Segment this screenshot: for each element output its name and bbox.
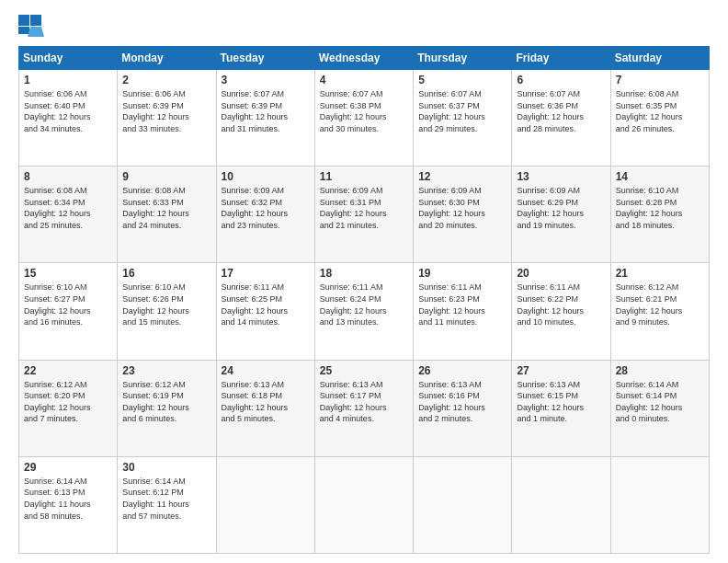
day-number: 18	[320, 267, 408, 280]
calendar-day-cell: 10Sunrise: 6:09 AM Sunset: 6:32 PM Dayli…	[216, 167, 314, 263]
calendar-header-saturday: Saturday	[610, 47, 709, 70]
day-number: 9	[122, 170, 210, 183]
calendar-day-cell: 27Sunrise: 6:13 AM Sunset: 6:15 PM Dayli…	[512, 360, 610, 456]
day-info: Sunrise: 6:06 AM Sunset: 6:40 PM Dayligh…	[24, 88, 112, 134]
day-info: Sunrise: 6:09 AM Sunset: 6:29 PM Dayligh…	[517, 185, 605, 231]
day-number: 20	[517, 267, 605, 280]
calendar-day-cell: 17Sunrise: 6:11 AM Sunset: 6:25 PM Dayli…	[216, 263, 314, 360]
calendar-header-sunday: Sunday	[19, 47, 118, 70]
calendar-header-tuesday: Tuesday	[216, 47, 314, 70]
day-info: Sunrise: 6:06 AM Sunset: 6:39 PM Dayligh…	[122, 88, 210, 134]
calendar-week-row: 8Sunrise: 6:08 AM Sunset: 6:34 PM Daylig…	[19, 167, 710, 263]
day-info: Sunrise: 6:12 AM Sunset: 6:19 PM Dayligh…	[122, 379, 210, 425]
day-number: 5	[418, 74, 506, 86]
day-info: Sunrise: 6:08 AM Sunset: 6:34 PM Dayligh…	[24, 185, 112, 231]
day-number: 10	[222, 170, 310, 183]
calendar-day-cell: 5Sunrise: 6:07 AM Sunset: 6:37 PM Daylig…	[414, 70, 512, 167]
calendar-day-cell: 12Sunrise: 6:09 AM Sunset: 6:30 PM Dayli…	[414, 167, 512, 263]
day-info: Sunrise: 6:14 AM Sunset: 6:13 PM Dayligh…	[24, 476, 112, 522]
day-info: Sunrise: 6:08 AM Sunset: 6:35 PM Dayligh…	[616, 88, 704, 134]
day-number: 7	[616, 74, 704, 86]
calendar-day-cell: 14Sunrise: 6:10 AM Sunset: 6:28 PM Dayli…	[610, 167, 709, 263]
calendar-day-cell: 1Sunrise: 6:06 AM Sunset: 6:40 PM Daylig…	[19, 70, 118, 167]
calendar-week-row: 22Sunrise: 6:12 AM Sunset: 6:20 PM Dayli…	[19, 360, 710, 456]
day-number: 21	[616, 267, 704, 280]
calendar-day-cell: 3Sunrise: 6:07 AM Sunset: 6:39 PM Daylig…	[216, 70, 314, 167]
day-info: Sunrise: 6:14 AM Sunset: 6:12 PM Dayligh…	[122, 476, 210, 522]
calendar-day-cell: 26Sunrise: 6:13 AM Sunset: 6:16 PM Dayli…	[414, 360, 512, 456]
day-info: Sunrise: 6:10 AM Sunset: 6:28 PM Dayligh…	[616, 185, 704, 231]
day-info: Sunrise: 6:07 AM Sunset: 6:36 PM Dayligh…	[517, 88, 605, 134]
calendar-day-cell: 2Sunrise: 6:06 AM Sunset: 6:39 PM Daylig…	[118, 70, 216, 167]
calendar-day-cell	[414, 456, 512, 553]
calendar-header-row: SundayMondayTuesdayWednesdayThursdayFrid…	[19, 47, 710, 70]
day-info: Sunrise: 6:07 AM Sunset: 6:37 PM Dayligh…	[418, 88, 506, 134]
day-info: Sunrise: 6:12 AM Sunset: 6:20 PM Dayligh…	[24, 379, 112, 425]
calendar-header-friday: Friday	[512, 47, 610, 70]
day-info: Sunrise: 6:13 AM Sunset: 6:17 PM Dayligh…	[320, 379, 408, 425]
day-number: 29	[24, 461, 112, 474]
calendar-day-cell: 21Sunrise: 6:12 AM Sunset: 6:21 PM Dayli…	[610, 263, 709, 360]
calendar-header-thursday: Thursday	[414, 47, 512, 70]
day-number: 3	[222, 74, 310, 86]
calendar-day-cell: 6Sunrise: 6:07 AM Sunset: 6:36 PM Daylig…	[512, 70, 610, 167]
day-number: 6	[517, 74, 605, 86]
day-info: Sunrise: 6:11 AM Sunset: 6:25 PM Dayligh…	[222, 282, 310, 327]
calendar-week-row: 15Sunrise: 6:10 AM Sunset: 6:27 PM Dayli…	[19, 263, 710, 360]
day-number: 12	[418, 170, 506, 183]
day-info: Sunrise: 6:13 AM Sunset: 6:15 PM Dayligh…	[517, 379, 605, 425]
calendar-day-cell: 25Sunrise: 6:13 AM Sunset: 6:17 PM Dayli…	[314, 360, 413, 456]
day-number: 23	[122, 364, 210, 377]
day-number: 2	[122, 74, 210, 86]
svg-rect-2	[18, 27, 29, 34]
day-number: 1	[24, 74, 112, 86]
day-info: Sunrise: 6:09 AM Sunset: 6:30 PM Dayligh…	[418, 185, 506, 231]
day-info: Sunrise: 6:09 AM Sunset: 6:31 PM Dayligh…	[320, 185, 408, 231]
calendar-week-row: 29Sunrise: 6:14 AM Sunset: 6:13 PM Dayli…	[19, 456, 710, 553]
svg-rect-1	[30, 15, 41, 26]
day-number: 28	[616, 364, 704, 377]
calendar-day-cell	[610, 456, 709, 553]
day-info: Sunrise: 6:10 AM Sunset: 6:26 PM Dayligh…	[122, 282, 210, 327]
day-info: Sunrise: 6:13 AM Sunset: 6:18 PM Dayligh…	[222, 379, 310, 425]
calendar-day-cell	[512, 456, 610, 553]
day-number: 24	[222, 364, 310, 377]
calendar-day-cell: 19Sunrise: 6:11 AM Sunset: 6:23 PM Dayli…	[414, 263, 512, 360]
calendar-day-cell: 8Sunrise: 6:08 AM Sunset: 6:34 PM Daylig…	[19, 167, 118, 263]
calendar-header-wednesday: Wednesday	[314, 47, 413, 70]
day-info: Sunrise: 6:08 AM Sunset: 6:33 PM Dayligh…	[122, 185, 210, 231]
day-info: Sunrise: 6:11 AM Sunset: 6:24 PM Dayligh…	[320, 282, 408, 327]
calendar-day-cell: 11Sunrise: 6:09 AM Sunset: 6:31 PM Dayli…	[314, 167, 413, 263]
calendar-table: SundayMondayTuesdayWednesdayThursdayFrid…	[18, 46, 710, 554]
day-info: Sunrise: 6:07 AM Sunset: 6:39 PM Dayligh…	[222, 88, 310, 134]
logo-icon	[18, 15, 44, 37]
calendar-day-cell: 13Sunrise: 6:09 AM Sunset: 6:29 PM Dayli…	[512, 167, 610, 263]
day-number: 17	[222, 267, 310, 280]
day-number: 8	[24, 170, 112, 183]
day-number: 25	[320, 364, 408, 377]
day-info: Sunrise: 6:07 AM Sunset: 6:38 PM Dayligh…	[320, 88, 408, 134]
day-number: 16	[122, 267, 210, 280]
calendar-day-cell: 29Sunrise: 6:14 AM Sunset: 6:13 PM Dayli…	[19, 456, 118, 553]
calendar-day-cell: 22Sunrise: 6:12 AM Sunset: 6:20 PM Dayli…	[19, 360, 118, 456]
calendar-day-cell: 30Sunrise: 6:14 AM Sunset: 6:12 PM Dayli…	[118, 456, 216, 553]
calendar-day-cell	[216, 456, 314, 553]
calendar-day-cell: 15Sunrise: 6:10 AM Sunset: 6:27 PM Dayli…	[19, 263, 118, 360]
calendar-day-cell: 4Sunrise: 6:07 AM Sunset: 6:38 PM Daylig…	[314, 70, 413, 167]
day-number: 19	[418, 267, 506, 280]
calendar-header-monday: Monday	[118, 47, 216, 70]
calendar-day-cell: 18Sunrise: 6:11 AM Sunset: 6:24 PM Dayli…	[314, 263, 413, 360]
calendar-week-row: 1Sunrise: 6:06 AM Sunset: 6:40 PM Daylig…	[19, 70, 710, 167]
day-info: Sunrise: 6:11 AM Sunset: 6:23 PM Dayligh…	[418, 282, 506, 327]
calendar-day-cell	[314, 456, 413, 553]
header	[18, 15, 710, 37]
day-info: Sunrise: 6:12 AM Sunset: 6:21 PM Dayligh…	[616, 282, 704, 327]
calendar-day-cell: 23Sunrise: 6:12 AM Sunset: 6:19 PM Dayli…	[118, 360, 216, 456]
day-info: Sunrise: 6:10 AM Sunset: 6:27 PM Dayligh…	[24, 282, 112, 327]
day-number: 26	[418, 364, 506, 377]
calendar-day-cell: 20Sunrise: 6:11 AM Sunset: 6:22 PM Dayli…	[512, 263, 610, 360]
calendar-day-cell: 28Sunrise: 6:14 AM Sunset: 6:14 PM Dayli…	[610, 360, 709, 456]
calendar-day-cell: 9Sunrise: 6:08 AM Sunset: 6:33 PM Daylig…	[118, 167, 216, 263]
day-number: 11	[320, 170, 408, 183]
calendar-day-cell: 16Sunrise: 6:10 AM Sunset: 6:26 PM Dayli…	[118, 263, 216, 360]
